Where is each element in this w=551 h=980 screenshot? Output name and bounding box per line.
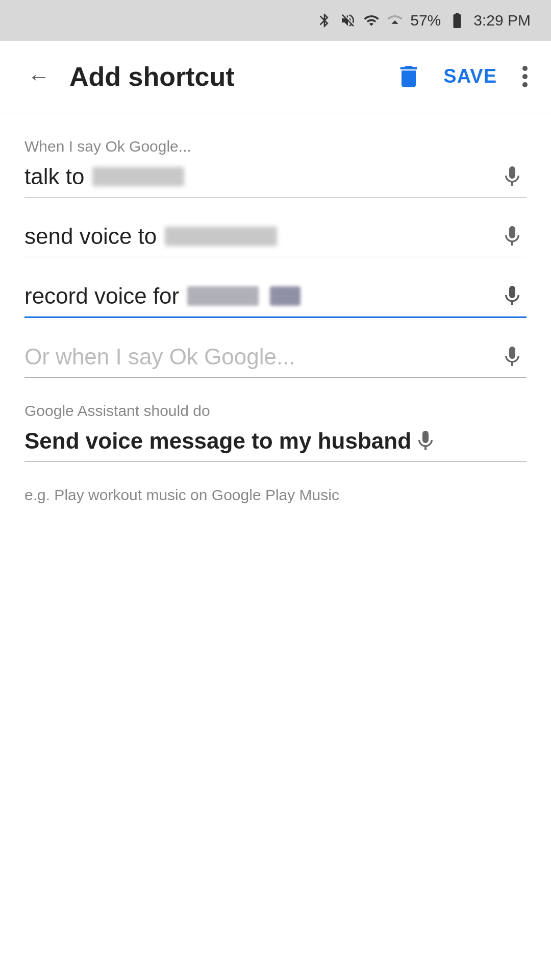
mic-button-3[interactable] bbox=[498, 282, 527, 310]
wifi-icon bbox=[363, 12, 380, 29]
send-voice-to-prefix: send voice to bbox=[24, 224, 157, 249]
or-when-field-row[interactable]: Or when I say Ok Google... bbox=[24, 342, 527, 378]
back-arrow-icon: ← bbox=[28, 64, 50, 89]
delete-button[interactable] bbox=[394, 62, 423, 91]
microphone-icon-2 bbox=[500, 224, 524, 249]
action-hint-text: e.g. Play workout music on Google Play M… bbox=[24, 486, 527, 504]
dot2 bbox=[522, 74, 528, 79]
microphone-icon-5 bbox=[413, 429, 438, 453]
mic-button-2[interactable] bbox=[498, 222, 527, 251]
action-section: Google Assistant should do Send voice me… bbox=[24, 402, 527, 504]
battery-icon bbox=[448, 11, 466, 30]
when-label: When I say Ok Google... bbox=[24, 138, 527, 155]
mic-button-4[interactable] bbox=[498, 342, 527, 371]
app-bar: ← Add shortcut SAVE bbox=[0, 41, 551, 112]
dot3 bbox=[522, 82, 528, 87]
talk-to-prefix: talk to bbox=[24, 164, 84, 189]
page-title: Add shortcut bbox=[59, 61, 394, 92]
trash-icon bbox=[394, 62, 423, 91]
microphone-icon-3 bbox=[500, 284, 524, 308]
app-bar-actions: SAVE bbox=[394, 61, 533, 92]
time-display: 3:29 PM bbox=[473, 12, 531, 29]
back-button[interactable]: ← bbox=[18, 56, 59, 97]
microphone-icon-4 bbox=[500, 345, 524, 369]
signal-icon bbox=[387, 12, 403, 29]
mic-button-5[interactable] bbox=[411, 427, 440, 455]
microphone-icon-1 bbox=[500, 164, 524, 189]
dot1 bbox=[522, 66, 528, 71]
more-options-button[interactable] bbox=[517, 61, 533, 92]
record-voice-for-field-row[interactable]: record voice for bbox=[24, 282, 527, 318]
status-icons: 57% 3:29 PM bbox=[316, 11, 531, 30]
talk-to-blurred-value bbox=[92, 167, 184, 186]
record-voice-for-blurred-value-1 bbox=[187, 286, 259, 306]
mic-button-1[interactable] bbox=[498, 162, 527, 191]
send-voice-to-field-row[interactable]: send voice to bbox=[24, 222, 527, 257]
talk-to-field-text: talk to bbox=[24, 164, 498, 189]
send-voice-to-field-text: send voice to bbox=[24, 224, 498, 249]
status-bar: 57% 3:29 PM bbox=[0, 0, 551, 41]
record-voice-for-field-text: record voice for bbox=[24, 283, 498, 309]
record-voice-for-prefix: record voice for bbox=[24, 283, 179, 309]
record-voice-for-blurred-value-2 bbox=[270, 286, 300, 306]
form-content: When I say Ok Google... talk to send voi… bbox=[0, 138, 551, 504]
talk-to-field-row[interactable]: talk to bbox=[24, 162, 527, 198]
or-when-placeholder: Or when I say Ok Google... bbox=[24, 344, 498, 370]
bluetooth-icon bbox=[316, 12, 333, 29]
save-button[interactable]: SAVE bbox=[438, 65, 502, 87]
send-voice-to-blurred-value bbox=[165, 227, 277, 246]
battery-level: 57% bbox=[410, 12, 441, 29]
action-value-text: Send voice message to my husband bbox=[24, 428, 411, 454]
mute-icon bbox=[340, 12, 356, 29]
action-field-row[interactable]: Send voice message to my husband bbox=[24, 427, 527, 462]
should-do-label: Google Assistant should do bbox=[24, 402, 527, 420]
